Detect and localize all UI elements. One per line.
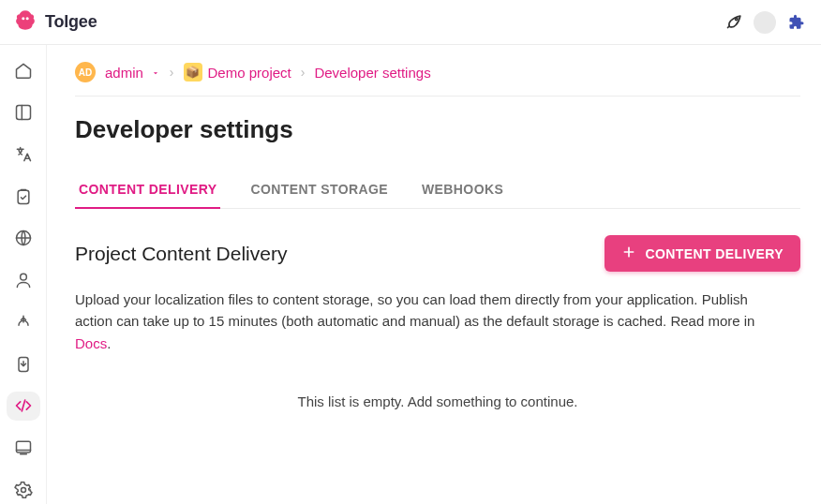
breadcrumb-current: Developer settings (314, 65, 430, 81)
breadcrumb-project[interactable]: 📦 Demo project (184, 63, 291, 82)
svg-rect-4 (18, 190, 29, 203)
add-button-label: CONTENT DELIVERY (646, 246, 784, 261)
chevron-right-icon: › (170, 65, 174, 80)
main-content: AD admin › 📦 Demo project › Developer se… (47, 45, 821, 504)
breadcrumb-user[interactable]: admin (105, 65, 160, 81)
section-description: Upload your localization files to conten… (75, 289, 787, 354)
brand[interactable]: Tolgee (13, 8, 97, 37)
sidebar-item-developer[interactable] (7, 392, 40, 421)
svg-point-0 (22, 17, 24, 20)
chevron-down-icon (151, 65, 160, 81)
extension-icon[interactable] (785, 11, 808, 34)
svg-point-9 (21, 487, 25, 492)
brand-name: Tolgee (45, 12, 97, 32)
sidebar-item-translate[interactable] (7, 140, 40, 169)
add-content-delivery-button[interactable]: CONTENT DELIVERY (605, 235, 800, 272)
svg-point-1 (26, 17, 29, 20)
description-text-1: Upload your localization files to conten… (75, 291, 754, 329)
sidebar-item-languages[interactable] (7, 224, 40, 253)
description-text-2: . (107, 335, 111, 351)
section-header: Project Content Delivery CONTENT DELIVER… (75, 235, 800, 272)
sidebar-item-members[interactable] (7, 266, 40, 295)
tabs: CONTENT DELIVERY CONTENT STORAGE WEBHOOK… (75, 172, 800, 209)
svg-point-2 (735, 18, 738, 20)
section-title: Project Content Delivery (75, 243, 287, 265)
tab-content-delivery[interactable]: CONTENT DELIVERY (75, 172, 220, 208)
page-title: Developer settings (75, 115, 800, 144)
svg-rect-3 (16, 106, 30, 120)
breadcrumb-user-label: admin (105, 65, 143, 81)
rocket-icon[interactable] (725, 11, 744, 34)
topbar: Tolgee (0, 0, 821, 45)
user-avatar-badge: AD (75, 62, 96, 82)
tab-content-storage[interactable]: CONTENT STORAGE (246, 172, 392, 208)
loading-avatar-icon[interactable] (754, 11, 776, 34)
sidebar (0, 45, 47, 504)
project-icon: 📦 (184, 63, 202, 82)
plus-icon (621, 245, 636, 262)
breadcrumb: AD admin › 📦 Demo project › Developer se… (75, 62, 800, 96)
sidebar-item-layout[interactable] (7, 98, 40, 127)
svg-point-6 (20, 274, 26, 280)
breadcrumb-project-label: Demo project (208, 65, 291, 81)
sidebar-item-tasks[interactable] (7, 182, 40, 211)
brand-logo-icon (13, 8, 37, 37)
sidebar-item-export[interactable] (7, 307, 40, 336)
sidebar-item-integrations[interactable] (7, 434, 40, 463)
topbar-actions (725, 11, 808, 34)
tab-webhooks[interactable]: WEBHOOKS (418, 172, 507, 208)
sidebar-item-settings[interactable] (7, 475, 40, 504)
chevron-right-icon: › (301, 65, 306, 80)
sidebar-item-import[interactable] (7, 349, 40, 378)
empty-state: This list is empty. Add something to con… (75, 393, 800, 409)
sidebar-item-home[interactable] (7, 56, 40, 85)
docs-link[interactable]: Docs (75, 335, 107, 351)
